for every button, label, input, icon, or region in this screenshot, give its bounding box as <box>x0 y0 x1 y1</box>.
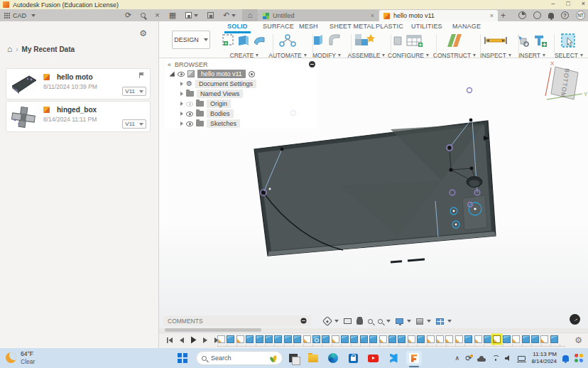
timeline-feature-extrude-20[interactable] <box>398 335 405 343</box>
activate-radio-icon[interactable] <box>249 71 255 77</box>
expand-icon[interactable] <box>169 71 174 76</box>
timeline-feature-extrude-9[interactable] <box>293 335 301 343</box>
timeline-feature-sketch-30[interactable] <box>493 335 501 343</box>
taskbar-search[interactable]: Search <box>196 351 283 365</box>
microsoft-store-button[interactable] <box>347 352 359 364</box>
expand-icon[interactable] <box>180 92 183 96</box>
file-explorer-button[interactable] <box>307 352 320 364</box>
timeline-feature-sketch-28[interactable] <box>474 335 482 343</box>
modify-group[interactable]: MODIFY <box>308 33 345 59</box>
comments-options-icon[interactable] <box>300 318 306 323</box>
minimize-button[interactable]: – <box>551 0 555 7</box>
extensions-icon[interactable] <box>533 11 541 19</box>
tab-hello-moto-close-icon[interactable]: × <box>490 12 494 19</box>
timeline-feature-extrude-19[interactable] <box>388 335 396 343</box>
inspect-group[interactable]: INSPECT <box>477 33 514 59</box>
timeline-feature-extrude-17[interactable] <box>369 335 377 343</box>
visibility-eye-icon[interactable] <box>186 121 193 126</box>
wifi-icon[interactable] <box>491 355 499 361</box>
start-button[interactable] <box>178 353 187 363</box>
tab-untitled-close-icon[interactable]: × <box>371 12 374 19</box>
undo-button[interactable]: ↶ <box>223 9 236 21</box>
timeline-feature-sketch-21[interactable] <box>408 335 415 343</box>
tab-untitled[interactable]: Untitled × <box>258 10 379 21</box>
expand-icon[interactable] <box>180 102 183 106</box>
timeline-scroll-track[interactable] <box>159 328 588 332</box>
new-tab-button[interactable]: + <box>501 9 506 21</box>
view-cube[interactable]: X Y BOTTOM <box>545 60 588 99</box>
visibility-eye-icon[interactable] <box>178 72 185 77</box>
comments-bar[interactable]: COMMENTS <box>163 315 311 326</box>
timeline-feature-extrude-29[interactable] <box>484 335 491 343</box>
timeline-feature-sketch-18[interactable] <box>379 335 387 343</box>
timeline-feature-extrude-36[interactable] <box>550 335 558 343</box>
timeline-scroll-thumb[interactable] <box>165 328 261 332</box>
notifications-bell-icon[interactable] <box>562 355 569 362</box>
timeline-feature-hole-11[interactable] <box>312 335 320 343</box>
tab-solid[interactable]: SOLID <box>227 23 248 30</box>
timeline-feature-extrude-22[interactable] <box>417 335 425 343</box>
maximize-button[interactable]: □ <box>566 0 570 7</box>
zoom-button[interactable] <box>368 319 373 324</box>
construct-group[interactable]: CONSTRUCT <box>432 33 477 59</box>
fit-button[interactable] <box>378 319 391 324</box>
expand-icon[interactable] <box>180 121 183 126</box>
version-dropdown[interactable]: V11 <box>122 119 146 129</box>
step-back-button[interactable] <box>179 337 185 344</box>
expand-icon[interactable] <box>180 112 183 116</box>
timeline-feature-sketch-13[interactable] <box>332 335 339 343</box>
timeline-feature-sketch-25[interactable] <box>445 335 453 343</box>
refresh-button[interactable]: ⟳ <box>125 9 131 21</box>
timeline-settings-gear-icon[interactable]: ⚙ <box>575 335 582 345</box>
visibility-eye-icon[interactable] <box>186 112 193 117</box>
select-group[interactable]: SELECT <box>551 33 587 59</box>
timeline-feature-sketch-23[interactable] <box>427 335 435 343</box>
tray-overflow-button[interactable]: ∧ <box>455 355 460 362</box>
search-icon[interactable] <box>141 13 146 18</box>
edge-button[interactable] <box>327 352 339 364</box>
battery-laptop-icon[interactable] <box>518 356 526 361</box>
node-label[interactable]: Bodies <box>207 109 234 118</box>
timeline-feature-extrude-6[interactable] <box>265 335 273 343</box>
timeline-feature-sketch-10[interactable] <box>303 335 311 343</box>
tab-manage[interactable]: MANAGE <box>452 23 481 30</box>
insert-group[interactable]: INSERT <box>514 33 550 59</box>
viewport-canvas[interactable]: X Y BOTTOM « BROWSER hello moto v11 ⚙ <box>159 58 588 332</box>
timeline-feature-extrude-27[interactable] <box>464 335 472 343</box>
browser-row-bodies[interactable]: Bodies <box>165 109 318 119</box>
tab-surface[interactable]: SURFACE <box>263 23 294 30</box>
timeline-feature-extrude-7[interactable] <box>274 335 282 343</box>
create-group[interactable]: CREATE <box>219 33 270 59</box>
close-doc-button[interactable]: × <box>155 9 159 21</box>
browser-collapse-icon[interactable]: « <box>168 61 171 68</box>
tab-utilities[interactable]: UTILITIES <box>411 23 442 30</box>
grid-snaps-button[interactable] <box>416 318 431 325</box>
vscode-button[interactable] <box>386 352 399 364</box>
job-status-icon[interactable] <box>518 11 526 19</box>
node-label[interactable]: Document Settings <box>195 80 256 88</box>
timeline-feature-sketch-3[interactable] <box>236 335 244 343</box>
node-label[interactable]: Sketches <box>207 119 240 128</box>
feedback-bubble-button[interactable]: → <box>570 314 580 325</box>
user-avatar[interactable]: NT <box>576 11 585 20</box>
tab-hello-moto[interactable]: hello moto v11 × <box>379 10 498 21</box>
recent-file-hello-moto[interactable]: hello moto 8/11/2024 10:39 PM V11 <box>6 68 151 99</box>
timeline-feature-extrude-12[interactable] <box>322 335 330 343</box>
new-file-button[interactable] <box>185 12 198 18</box>
timeline-feature-sketch-1[interactable] <box>217 335 225 343</box>
go-to-start-button[interactable] <box>166 337 173 344</box>
taskbar-clock[interactable]: 11:13 PM 8/14/2024 <box>531 351 557 366</box>
timeline-feature-extrude-15[interactable] <box>350 335 358 343</box>
root-node-label[interactable]: hello moto v11 <box>197 70 246 78</box>
fusion-taskbar-button[interactable] <box>406 351 422 365</box>
configure-group[interactable]: CONFIGURE <box>386 33 430 59</box>
timeline-feature-extrude-8[interactable] <box>284 335 292 343</box>
browser-options-icon[interactable] <box>309 61 315 67</box>
timeline-feature-sketch-32[interactable] <box>512 335 520 343</box>
display-settings-button[interactable] <box>396 318 411 324</box>
viewports-button[interactable] <box>436 318 452 325</box>
panel-settings-gear-icon[interactable]: ⚙ <box>139 28 147 38</box>
timeline-feature-extrude-34[interactable] <box>531 335 539 343</box>
task-view-button[interactable] <box>287 352 300 364</box>
grid-view-button[interactable]: ▦ <box>169 9 176 21</box>
